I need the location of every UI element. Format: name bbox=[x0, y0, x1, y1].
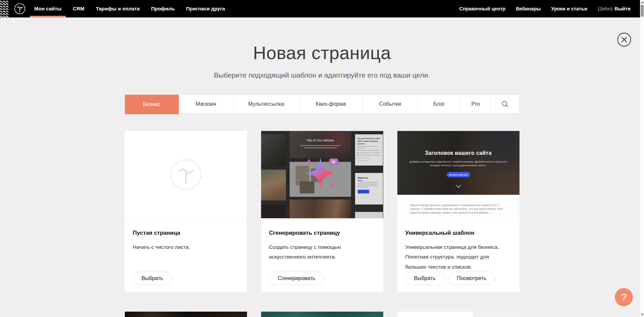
skeleton-line bbox=[300, 145, 341, 146]
card-description: Универсальная страница для бизнеса. Поня… bbox=[405, 242, 511, 272]
template-category-tabs: Бизнес Магазин Мультиссылка Квиз-форма С… bbox=[125, 95, 519, 114]
thumb-about-heading: About us bbox=[358, 176, 380, 179]
nav-item-my-sites[interactable]: Мои сайты bbox=[34, 0, 61, 17]
help-button[interactable]: ? bbox=[615, 288, 633, 306]
card-actions: Выбрать bbox=[133, 272, 172, 285]
close-dialog-button[interactable] bbox=[617, 33, 631, 47]
card-title: Универсальный шаблон bbox=[405, 230, 511, 236]
card-body: Пустая страница Начать с чистого листа. bbox=[125, 218, 247, 252]
tab-business[interactable]: Бизнес bbox=[125, 95, 179, 114]
thumb-text-panel: Get your house in order with a smart cle… bbox=[355, 134, 383, 166]
nav-item-crm[interactable]: CRM bbox=[73, 0, 84, 17]
thumb-website-hero: Title of Your Website bbox=[290, 131, 351, 158]
search-icon bbox=[501, 100, 509, 108]
ai-generate-preview[interactable]: Title of Your Website Get your house in … bbox=[261, 131, 383, 218]
tab-store[interactable]: Магазин bbox=[179, 95, 234, 113]
tilda-watermark-icon bbox=[170, 159, 202, 190]
thumb-blue-button bbox=[358, 190, 369, 193]
tab-quiz-form[interactable]: Квиз-форма bbox=[299, 95, 363, 113]
template-card-ai-generate: Title of Your Website Get your house in … bbox=[261, 131, 383, 292]
preview-universal-button[interactable]: Посмотреть bbox=[448, 272, 495, 285]
scrollbar-thumb[interactable] bbox=[641, 5, 644, 17]
thumb-photo-dark bbox=[261, 205, 286, 218]
nav-item-webinars[interactable]: Вебинары bbox=[516, 0, 541, 17]
template-cta-button: Целевое действие bbox=[447, 172, 470, 177]
zigzag-pattern-decoration bbox=[0, 0, 9, 17]
template-card-partial-1[interactable] bbox=[125, 312, 247, 317]
user-name: (John) bbox=[598, 6, 612, 11]
card-title: Пустая страница bbox=[133, 230, 239, 236]
template-card-partial-2[interactable] bbox=[261, 312, 383, 317]
active-tab-underline bbox=[30, 16, 66, 17]
ai-badge: AI bbox=[329, 158, 338, 165]
tab-event[interactable]: Событие bbox=[363, 95, 418, 113]
scroll-up-arrow-icon[interactable] bbox=[641, 1, 644, 3]
universal-template-preview[interactable]: Заголовок вашего сайта Добавьте интересн… bbox=[397, 131, 519, 218]
select-universal-button[interactable]: Выбрать bbox=[405, 272, 444, 285]
thumb-inner-photo bbox=[311, 169, 323, 182]
scroll-down-arrow-icon[interactable] bbox=[641, 314, 644, 316]
thumb-photo-desk bbox=[261, 134, 286, 165]
top-nav: Мои сайты CRM Тарифы и оплата Профиль Пр… bbox=[0, 0, 644, 17]
tab-pro[interactable]: Pro bbox=[461, 95, 491, 113]
template-card-partial-3[interactable] bbox=[397, 312, 519, 317]
template-card-blank-page: Пустая страница Начать с чистого листа. … bbox=[125, 131, 247, 292]
card-description: Начать с чистого листа. bbox=[133, 242, 239, 252]
secondary-menu: Справочный центр Вебинары Уроки и статьи… bbox=[449, 0, 631, 17]
template-hero-subtext: Добавьте интересные подробности о вашей … bbox=[408, 160, 509, 168]
thumb-feature-panel bbox=[290, 162, 351, 197]
thumb-panel-cut bbox=[355, 212, 383, 218]
card-title: Сгенерировать страницу bbox=[269, 230, 375, 236]
tab-search[interactable] bbox=[491, 95, 519, 113]
thumb-inner-photo bbox=[300, 181, 314, 193]
card-actions: Сгенерировать bbox=[269, 272, 324, 285]
question-icon: ? bbox=[621, 291, 627, 303]
dialog-content: Новая страница Выберите подходящий шабло… bbox=[125, 42, 519, 317]
logout-link[interactable]: Выйти bbox=[614, 6, 631, 11]
thumb-outline-button bbox=[357, 157, 369, 161]
chevron-down-icon bbox=[456, 185, 461, 188]
card-description: Создать страницу с помощью искусственног… bbox=[269, 242, 375, 262]
generate-button[interactable]: Сгенерировать bbox=[269, 272, 324, 285]
main-menu: Мои сайты CRM Тарифы и оплата Профиль Пр… bbox=[34, 0, 237, 17]
card-actions: Выбрать Посмотреть bbox=[405, 272, 495, 285]
template-cards-row: Пустая страница Начать с чистого листа. … bbox=[125, 131, 519, 292]
page-title: Новая страница bbox=[125, 42, 519, 63]
tilda-logo-icon[interactable] bbox=[14, 3, 26, 14]
thumb-photo-strip bbox=[290, 199, 351, 218]
nav-item-label: Мои сайты bbox=[34, 6, 61, 11]
thumb-photo-livingroom bbox=[261, 170, 286, 200]
select-blank-button[interactable]: Выбрать bbox=[133, 272, 172, 285]
nav-item-lessons-articles[interactable]: Уроки и статьи bbox=[551, 0, 587, 17]
thumb-about-panel: About us bbox=[355, 173, 383, 205]
skeleton-line bbox=[304, 147, 337, 148]
template-body-text: Коротко представьтесь и расскажите о ком… bbox=[410, 203, 507, 215]
nav-item-invite-friend[interactable]: Пригласи друга bbox=[186, 0, 225, 17]
new-page-dialog: Мои сайты CRM Тарифы и оплата Профиль Пр… bbox=[0, 0, 644, 317]
template-hero-photo: Заголовок вашего сайта Добавьте интересн… bbox=[397, 131, 519, 195]
thumb-website-title: Title of Your Website bbox=[290, 139, 351, 142]
template-cards-row-2 bbox=[125, 312, 519, 317]
template-card-universal: Заголовок вашего сайта Добавьте интересн… bbox=[397, 131, 519, 292]
close-icon bbox=[617, 33, 631, 47]
page-subtitle: Выберите подходящий шаблон и адаптируйте… bbox=[125, 71, 519, 79]
blank-page-preview[interactable] bbox=[125, 131, 247, 218]
nav-item-profile[interactable]: Профиль bbox=[151, 0, 175, 17]
nav-item-plans-payment[interactable]: Тарифы и оплата bbox=[96, 0, 140, 17]
thumb-panel-heading: Get your house in order with a smart cle… bbox=[357, 137, 381, 145]
template-hero-heading: Заголовок вашего сайта bbox=[397, 150, 519, 156]
tab-link-in-bio[interactable]: Мультиссылка bbox=[234, 95, 299, 113]
tab-blog[interactable]: Блог bbox=[418, 95, 461, 113]
thumb-accent-underline bbox=[358, 180, 362, 181]
nav-item-help-center[interactable]: Справочный центр bbox=[459, 0, 506, 17]
vertical-scrollbar[interactable] bbox=[640, 0, 644, 317]
card-body: Сгенерировать страницу Создать страницу … bbox=[261, 218, 383, 262]
card-body: Универсальный шаблон Универсальная стран… bbox=[397, 218, 519, 272]
template-body-section: Коротко представьтесь и расскажите о ком… bbox=[397, 195, 519, 218]
